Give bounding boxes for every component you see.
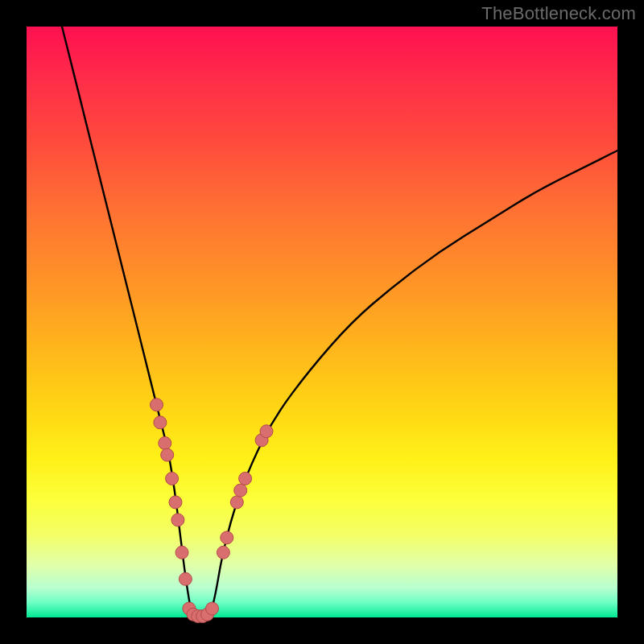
chart-frame: TheBottleneck.com <box>0 0 644 644</box>
data-marker <box>217 546 229 559</box>
chart-svg <box>27 27 617 617</box>
bottleneck-curve <box>62 27 617 617</box>
watermark-text: TheBottleneck.com <box>481 3 636 24</box>
data-marker <box>166 473 179 485</box>
data-marker <box>206 602 219 615</box>
data-marker <box>175 546 188 559</box>
marker-layer <box>151 398 274 623</box>
data-marker <box>169 496 182 509</box>
plot-area <box>27 27 617 617</box>
data-marker <box>234 484 247 497</box>
data-marker <box>151 398 163 411</box>
data-marker <box>154 416 167 429</box>
data-marker <box>230 496 243 509</box>
data-marker <box>179 572 192 585</box>
data-marker <box>161 448 174 461</box>
data-marker <box>239 473 252 485</box>
data-marker <box>221 531 233 544</box>
data-marker <box>260 425 273 438</box>
data-marker <box>159 437 171 450</box>
data-marker <box>171 514 184 526</box>
